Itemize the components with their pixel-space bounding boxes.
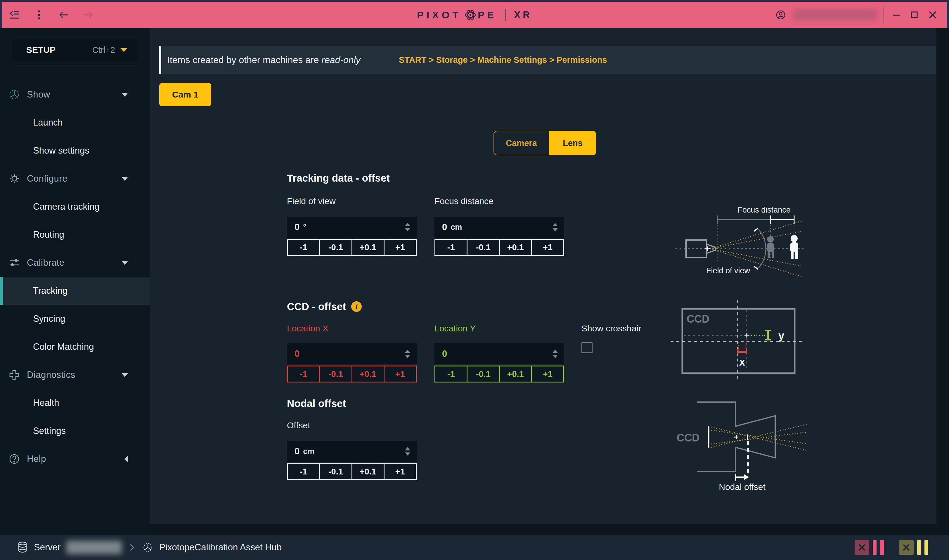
- tab-camera[interactable]: Camera: [494, 131, 549, 155]
- logo-text-right: PE: [478, 9, 497, 21]
- sliders-icon: [8, 257, 20, 269]
- location-x-input[interactable]: 0: [287, 343, 417, 365]
- person-figure-far: [790, 235, 798, 259]
- nodal-offset-diagram: CCD Nodal offset: [672, 394, 809, 494]
- focus-distance-input[interactable]: 0 cm: [435, 217, 564, 238]
- sidebar-item-routing[interactable]: Routing: [0, 221, 150, 249]
- pixotope-knot-icon: [464, 8, 477, 22]
- pixotope-logo: PIXOT PE XR: [417, 8, 532, 22]
- product-name: XR: [514, 9, 532, 20]
- step-plus-0-1[interactable]: +0.1: [352, 366, 384, 382]
- spinner-arrows[interactable]: [405, 447, 410, 456]
- sidebar-group-calibrate[interactable]: Calibrate: [0, 249, 150, 277]
- sidebar-item-camera-tracking[interactable]: Camera tracking: [0, 193, 150, 221]
- step-plus-0-1[interactable]: +0.1: [499, 366, 531, 382]
- show-crosshair-checkbox[interactable]: [582, 342, 593, 353]
- chevron-down-icon: [122, 261, 128, 265]
- banner-message-emphasis: read-only: [321, 55, 360, 65]
- step-minus-1[interactable]: -1: [288, 464, 319, 479]
- status-bar-yellow-icon: [924, 540, 928, 555]
- info-icon[interactable]: i: [351, 301, 362, 312]
- status-bar-red-icon: [873, 540, 876, 555]
- tab-lens[interactable]: Lens: [549, 131, 596, 155]
- setup-selector[interactable]: SETUP Ctrl+2: [12, 39, 138, 61]
- sidebar-item-launch[interactable]: Launch: [0, 109, 150, 137]
- ccd-offset-title-text: CCD - offset: [287, 301, 346, 312]
- sidebar-item-show-settings[interactable]: Show settings: [0, 137, 150, 165]
- focus-distance-diagram-label: Focus distance: [738, 206, 791, 214]
- maximize-button[interactable]: [909, 9, 920, 21]
- sidebar-item-color-matching[interactable]: Color Matching: [0, 333, 150, 361]
- tracking-offset-title: Tracking data - offset: [287, 172, 390, 184]
- database-icon: [17, 541, 28, 554]
- step-plus-1[interactable]: +1: [384, 366, 416, 382]
- y-offset-marker: [765, 331, 771, 340]
- spinner-arrows[interactable]: [405, 223, 410, 232]
- sidebar-item-health[interactable]: Health: [0, 389, 150, 417]
- spinner-arrows[interactable]: [552, 350, 558, 358]
- minimize-button[interactable]: [890, 9, 902, 21]
- show-crosshair-label: Show crosshair: [582, 323, 641, 334]
- field-of-view-label: Field of view: [287, 196, 336, 206]
- ccd-diagram-label: CCD: [687, 313, 710, 325]
- scrollbar-track[interactable]: [937, 28, 949, 535]
- cam-1-button[interactable]: Cam 1: [159, 83, 211, 106]
- asset-hub-label[interactable]: PixotopeCalibration Asset Hub: [159, 542, 282, 553]
- step-minus-1[interactable]: -1: [288, 240, 319, 255]
- x-offset-marker: [738, 349, 747, 354]
- sidebar-group-diagnostics[interactable]: Diagnostics: [0, 361, 150, 389]
- step-minus-1[interactable]: -1: [435, 366, 467, 382]
- step-plus-0-1[interactable]: +0.1: [499, 240, 531, 255]
- statusbar: Server PixotopeCalibration Asset Hub: [0, 535, 949, 560]
- nodal-offset-caption: Nodal offset: [719, 482, 765, 492]
- focus-distance-step-buttons: -1 -0.1 +0.1 +1: [435, 239, 564, 256]
- step-minus-0-1[interactable]: -0.1: [319, 366, 351, 382]
- breadcrumb[interactable]: START > Storage > Machine Settings > Per…: [399, 55, 607, 65]
- user-account-icon[interactable]: [775, 9, 787, 21]
- step-plus-1[interactable]: +1: [531, 366, 563, 382]
- gear-icon: [8, 172, 20, 185]
- nodal-offset-input[interactable]: 0 cm: [287, 441, 417, 462]
- step-minus-1[interactable]: -1: [435, 240, 467, 255]
- status-stop-red-icon[interactable]: [855, 540, 869, 555]
- kebab-menu-icon[interactable]: [33, 9, 45, 21]
- sidebar-item-settings[interactable]: Settings: [0, 417, 150, 445]
- step-minus-0-1[interactable]: -0.1: [319, 464, 351, 479]
- sidebar-group-configure[interactable]: Configure: [0, 165, 150, 193]
- chevron-right-icon: [128, 543, 136, 552]
- collapse-sidebar-icon[interactable]: [9, 9, 20, 21]
- sidebar-item-tracking[interactable]: Tracking: [0, 277, 150, 305]
- step-minus-0-1[interactable]: -0.1: [467, 366, 499, 382]
- step-minus-0-1[interactable]: -0.1: [467, 240, 499, 255]
- location-x-label: Location X: [287, 323, 329, 334]
- spinner-arrows[interactable]: [405, 350, 410, 358]
- forward-arrow-icon[interactable]: [82, 9, 94, 21]
- chevron-left-icon: [124, 456, 128, 462]
- field-of-view-input[interactable]: 0 °: [287, 217, 417, 238]
- step-plus-1[interactable]: +1: [384, 464, 416, 479]
- step-plus-1[interactable]: +1: [384, 240, 416, 255]
- sidebar-item-syncing[interactable]: Syncing: [0, 305, 150, 333]
- account-email-redacted[interactable]: [793, 9, 877, 21]
- status-stop-yellow-icon[interactable]: [899, 540, 914, 555]
- ccd-sensor-label: CCD: [677, 432, 699, 444]
- chevron-down-icon: [122, 177, 128, 181]
- step-plus-0-1[interactable]: +0.1: [352, 240, 384, 255]
- step-minus-1[interactable]: -1: [288, 366, 319, 382]
- sidebar-group-help[interactable]: Help: [0, 445, 150, 473]
- close-button[interactable]: [927, 9, 938, 21]
- location-y-input[interactable]: 0: [435, 343, 564, 365]
- spinner-arrows[interactable]: [552, 223, 558, 232]
- location-y-step-buttons: -1 -0.1 +0.1 +1: [435, 366, 564, 383]
- status-bar-yellow-icon: [917, 540, 921, 555]
- step-plus-0-1[interactable]: +0.1: [352, 464, 384, 479]
- panel-bottom-edge: [150, 524, 937, 535]
- ccd-offset-title: CCD - offset i: [287, 301, 362, 312]
- back-arrow-icon[interactable]: [58, 9, 69, 21]
- sidebar-group-show[interactable]: Show: [0, 81, 150, 109]
- titlebar[interactable]: PIXOT PE XR: [2, 2, 947, 28]
- camera-lens-toggle: Camera Lens: [494, 131, 596, 155]
- step-minus-0-1[interactable]: -0.1: [319, 240, 351, 255]
- location-x-value: 0: [295, 349, 299, 359]
- step-plus-1[interactable]: +1: [531, 240, 563, 255]
